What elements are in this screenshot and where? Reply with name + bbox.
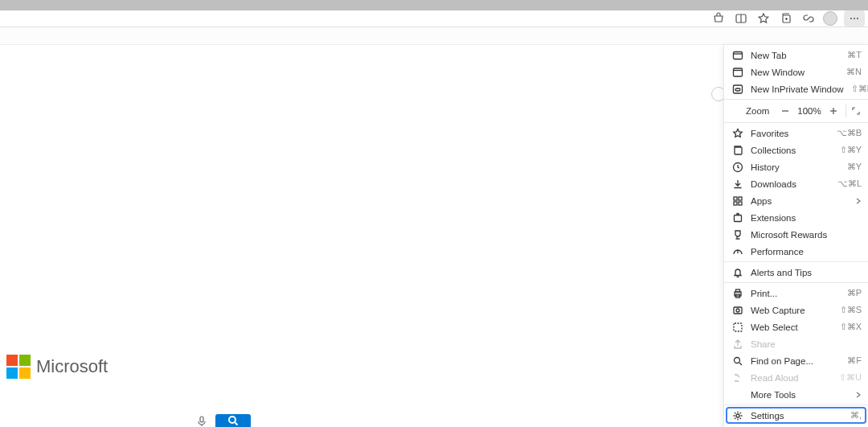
menu-label: More Tools	[751, 390, 848, 400]
menu-apps[interactable]: Apps	[724, 192, 868, 209]
svg-rect-11	[735, 88, 740, 91]
zoom-in-button[interactable]	[826, 105, 841, 117]
apps-icon	[732, 195, 743, 207]
menu-label: Web Select	[751, 322, 833, 332]
favorites-star-icon[interactable]	[755, 10, 772, 27]
menu-shortcut: ⌥⌘B	[837, 128, 862, 138]
inprivate-icon	[732, 84, 743, 95]
menu-shortcut: ⌥⌘L	[837, 179, 862, 189]
svg-point-27	[736, 309, 739, 312]
fullscreen-button[interactable]	[845, 105, 862, 117]
window-icon	[732, 67, 743, 78]
menu-label: History	[751, 162, 840, 172]
svg-rect-24	[736, 289, 740, 292]
capture-icon	[732, 305, 743, 316]
menu-read-aloud: Read Aloud ⇧⌘U	[724, 369, 868, 386]
menu-favorites[interactable]: Favorites ⌥⌘B	[724, 125, 868, 142]
svg-rect-17	[734, 197, 737, 200]
svg-rect-28	[734, 323, 742, 331]
microsoft-logo: Microsoft	[6, 355, 108, 379]
browser-toolbar	[0, 10, 868, 27]
blank-icon	[732, 389, 743, 400]
menu-share: Share	[724, 335, 868, 352]
menu-print[interactable]: Print... ⌘P	[724, 285, 868, 302]
menu-shortcut: ⌘N	[846, 67, 862, 77]
svg-rect-18	[739, 197, 742, 200]
menu-label: New Tab	[751, 51, 840, 60]
menu-separator	[724, 404, 868, 405]
menu-web-capture[interactable]: Web Capture ⇧⌘S	[724, 302, 868, 318]
chevron-right-icon	[855, 196, 862, 206]
svg-rect-21	[735, 215, 742, 221]
menu-hide-sidebar[interactable]: Hide Sidebar	[724, 424, 868, 427]
svg-rect-22	[737, 213, 739, 215]
svg-point-29	[735, 357, 740, 363]
zoom-label: Zoom	[746, 106, 775, 116]
menu-rewards[interactable]: Microsoft Rewards	[724, 226, 868, 243]
star-icon	[732, 128, 743, 139]
link-share-icon[interactable]	[800, 10, 817, 27]
search-button[interactable]	[215, 414, 251, 427]
chevron-right-icon	[855, 390, 862, 400]
menu-settings[interactable]: Settings ⌘,	[726, 407, 866, 424]
bell-icon	[732, 267, 743, 278]
menu-shortcut: ⇧⌘U	[839, 372, 862, 383]
menu-shortcut: ⇧⌘Y	[840, 145, 862, 155]
menu-label: Web Capture	[751, 306, 833, 315]
menu-history[interactable]: History ⌘Y	[724, 158, 868, 175]
menu-web-select[interactable]: Web Select ⇧⌘X	[724, 318, 868, 335]
menu-shortcut: ⌘P	[847, 288, 862, 298]
menu-label: Extensions	[751, 213, 862, 223]
menu-label: Apps	[751, 196, 848, 206]
svg-rect-6	[734, 51, 743, 59]
menu-label: Favorites	[751, 129, 829, 138]
page-content: New Tab ⌘T New Window ⌘N New InPrivate W…	[0, 45, 868, 427]
zoom-out-button[interactable]	[778, 105, 792, 117]
menu-label: Performance	[751, 247, 862, 257]
menu-label: Alerts and Tips	[751, 268, 862, 277]
menu-shortcut: ⌘,	[850, 410, 862, 421]
download-icon	[732, 179, 743, 190]
profile-avatar[interactable]	[823, 11, 837, 26]
svg-point-3	[850, 18, 852, 19]
menu-extensions[interactable]: Extensions	[724, 209, 868, 226]
select-icon	[732, 322, 743, 333]
menu-new-window[interactable]: New Window ⌘N	[724, 64, 868, 80]
collections-icon	[732, 145, 743, 156]
menu-collections[interactable]: Collections ⇧⌘Y	[724, 142, 868, 158]
svg-rect-20	[739, 202, 742, 205]
gear-icon	[732, 410, 743, 421]
menu-separator	[724, 122, 868, 123]
svg-point-4	[854, 18, 855, 19]
menu-find[interactable]: Find on Page... ⌘F	[724, 352, 868, 369]
collections-icon[interactable]	[778, 10, 794, 27]
split-screen-icon[interactable]	[733, 10, 749, 27]
share-icon	[732, 339, 743, 350]
menu-shortcut: ⌘T	[847, 50, 862, 60]
svg-rect-15	[735, 147, 742, 154]
logo-squares-icon	[6, 355, 31, 379]
menu-label: Downloads	[751, 179, 830, 189]
settings-dropdown-menu: New Tab ⌘T New Window ⌘N New InPrivate W…	[723, 45, 868, 427]
menu-performance[interactable]: Performance	[724, 243, 868, 260]
menu-alerts[interactable]: Alerts and Tips	[724, 264, 868, 281]
menu-more-tools[interactable]: More Tools	[724, 386, 868, 403]
menu-label: Share	[751, 339, 862, 349]
menu-downloads[interactable]: Downloads ⌥⌘L	[724, 175, 868, 192]
menu-separator	[724, 282, 868, 283]
menu-new-tab[interactable]: New Tab ⌘T	[724, 47, 868, 64]
menu-new-inprivate[interactable]: New InPrivate Window ⇧⌘N	[724, 80, 868, 97]
more-menu-button[interactable]	[844, 10, 865, 27]
menu-label: Print...	[751, 289, 840, 298]
svg-rect-34	[200, 417, 203, 422]
read-aloud-icon	[732, 372, 743, 384]
history-icon	[732, 162, 743, 173]
find-icon	[732, 355, 743, 367]
svg-point-35	[229, 417, 235, 423]
microphone-icon[interactable]	[195, 416, 208, 427]
shopping-icon[interactable]	[710, 10, 727, 27]
svg-rect-10	[734, 85, 743, 93]
performance-icon	[732, 246, 743, 257]
menu-shortcut: ⌘Y	[847, 162, 862, 172]
svg-rect-8	[734, 68, 743, 76]
